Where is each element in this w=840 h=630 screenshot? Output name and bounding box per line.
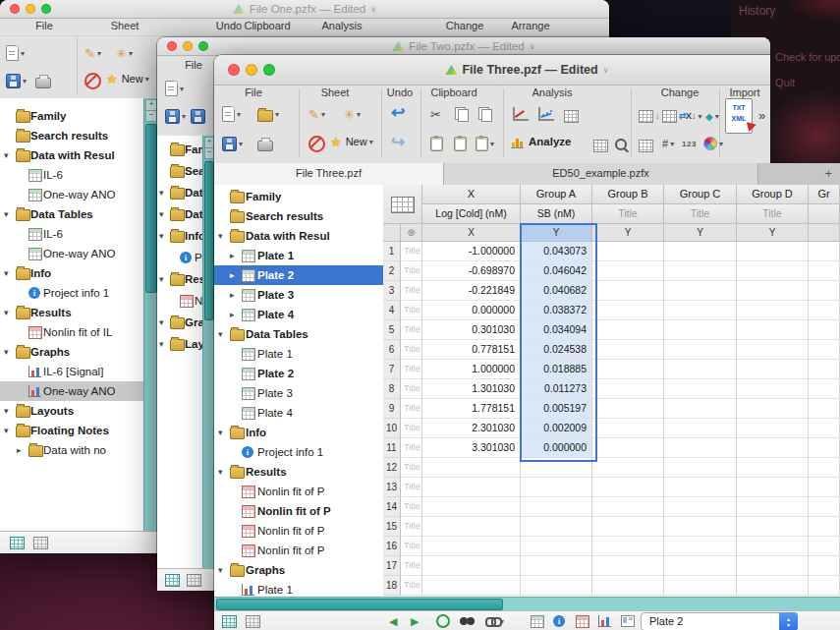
scrollbar-thumb[interactable]: [145, 124, 157, 293]
row-number[interactable]: 9: [383, 399, 401, 419]
table-corner-cell[interactable]: [383, 185, 422, 224]
nav-item-plate-2[interactable]: Plate 2: [214, 364, 383, 383]
cell-group-b-row9[interactable]: [592, 399, 664, 419]
exclude-button[interactable]: [84, 69, 101, 92]
cell-group-c-row13[interactable]: [664, 478, 737, 497]
row-number[interactable]: 4: [383, 301, 401, 320]
row-number[interactable]: 14: [383, 497, 401, 517]
cell-group-b-row15[interactable]: [592, 517, 664, 537]
cell-group-b-row18[interactable]: [592, 576, 664, 596]
new-file-button[interactable]: ▾: [6, 41, 25, 65]
nav-item-floating-notes[interactable]: ▾Floating Notes: [0, 421, 143, 440]
cell-group-b-row5[interactable]: [592, 320, 664, 340]
nav-item-gra[interactable]: ▾Gra: [157, 313, 202, 334]
column-header-x[interactable]: X: [422, 185, 521, 204]
row-title-placeholder[interactable]: Title: [401, 399, 422, 419]
disclosure-closed-icon[interactable]: ▸: [17, 440, 22, 460]
column-subtitle[interactable]: Log [Cold] (nM): [422, 204, 521, 224]
gallery-view-button[interactable]: [10, 536, 25, 549]
row-title-placeholder[interactable]: Title: [401, 497, 422, 517]
nav-item-project-info-1[interactable]: Project info 1: [214, 442, 383, 462]
nav-item-fam[interactable]: Fam: [157, 140, 202, 161]
nav-item-sear[interactable]: Sear: [157, 161, 202, 183]
nav-item-one-way-ano[interactable]: One-way ANO: [0, 381, 143, 401]
cell-group-b-row2[interactable]: [592, 261, 664, 281]
sheet-view-button[interactable]: [33, 536, 48, 549]
xy-analysis-button[interactable]: [513, 102, 529, 126]
cell-group-a-row6[interactable]: 0.024538: [521, 340, 592, 360]
edit-sheet-button[interactable]: ✎▾: [308, 102, 325, 126]
disclosure-open-icon[interactable]: ▾: [159, 226, 164, 246]
cell-group-b-row11[interactable]: [592, 438, 664, 458]
nav-item-family[interactable]: Family: [214, 187, 383, 206]
copy-button[interactable]: [454, 102, 469, 126]
nav-item-pro[interactable]: Pro: [157, 248, 202, 269]
nav-item-data-with-resul[interactable]: ▾Data with Resul: [0, 145, 143, 165]
disclosure-closed-icon[interactable]: ▸: [230, 285, 235, 305]
nav-item-res[interactable]: ▾Res: [157, 269, 202, 291]
nav-item-info[interactable]: ▾Info: [214, 423, 383, 442]
scrollbar-thumb[interactable]: [204, 161, 214, 320]
column-axis-cell[interactable]: Y: [521, 224, 592, 242]
edit-sheet-button[interactable]: ✎▾: [84, 41, 101, 65]
cell-x-row5[interactable]: 0.301030: [422, 320, 521, 340]
nav-item-plate-1[interactable]: Plate 1: [214, 344, 383, 364]
cell-group-d-row18[interactable]: [737, 576, 809, 596]
column-header-group-b[interactable]: Group B: [592, 185, 664, 204]
column-header-group-d[interactable]: Group D: [737, 185, 809, 204]
nav-item-results[interactable]: ▾Results: [214, 462, 383, 482]
cell-group-c-row7[interactable]: [664, 360, 737, 379]
tab-file-three-pzf[interactable]: File Three.pzf: [214, 163, 444, 185]
axis-row-corner[interactable]: [383, 224, 401, 242]
number-format-button[interactable]: 123: [682, 132, 697, 155]
cell-group-e-row7[interactable]: [809, 360, 840, 379]
row-number[interactable]: 2: [383, 261, 401, 281]
nav-item-data-with-no[interactable]: ▸Data with no: [0, 440, 143, 460]
cell-group-d-row1[interactable]: [737, 242, 809, 261]
disclosure-open-icon[interactable]: ▾: [4, 204, 9, 224]
column-axis-cell[interactable]: [809, 224, 840, 242]
row-title-placeholder[interactable]: Title: [401, 379, 422, 399]
cell-group-a-row10[interactable]: 0.002009: [521, 419, 592, 438]
cell-group-c-row16[interactable]: [664, 537, 737, 556]
column-header-gr[interactable]: Gr: [809, 185, 840, 204]
disclosure-open-icon[interactable]: ▾: [159, 269, 164, 289]
disclosure-open-icon[interactable]: ▾: [4, 342, 9, 362]
cell-x-row9[interactable]: 1.778151: [422, 399, 521, 419]
cell-group-b-row6[interactable]: [592, 340, 664, 360]
cell-group-e-row8[interactable]: [809, 379, 840, 399]
cell-group-b-row10[interactable]: [592, 419, 664, 438]
add-tab-button[interactable]: +: [824, 163, 832, 184]
cell-group-e-row16[interactable]: [809, 537, 840, 556]
cell-group-e-row4[interactable]: [809, 301, 840, 320]
nav-item-dat[interactable]: ▾Dat: [157, 183, 202, 204]
transpose-button[interactable]: ⇄: [662, 104, 687, 128]
cell-group-c-row9[interactable]: [664, 399, 737, 419]
cell-group-b-row3[interactable]: [592, 281, 664, 301]
row-number[interactable]: 7: [383, 360, 401, 379]
disclosure-open-icon[interactable]: ▾: [159, 204, 164, 224]
cell-group-d-row13[interactable]: [737, 478, 809, 497]
row-title-placeholder[interactable]: Title: [401, 320, 422, 340]
nav-item-il-6[interactable]: IL-6: [0, 224, 143, 244]
row-title-placeholder[interactable]: Title: [401, 478, 422, 497]
scrollbar-thumb[interactable]: [216, 599, 503, 610]
menu-item-quit[interactable]: Quit: [775, 77, 795, 88]
row-title-placeholder[interactable]: Title: [401, 242, 422, 261]
column-axis-cell[interactable]: Y: [664, 224, 737, 242]
cell-group-e-row9[interactable]: [809, 399, 840, 419]
column-axis-cell[interactable]: X: [422, 224, 521, 242]
cell-group-c-row6[interactable]: [664, 340, 737, 360]
save-button[interactable]: ▾: [222, 132, 243, 155]
cell-group-e-row2[interactable]: [809, 261, 840, 281]
cell-x-row4[interactable]: 0.000000: [422, 301, 521, 320]
paste-button[interactable]: [430, 132, 443, 155]
row-title-placeholder[interactable]: Title: [401, 360, 422, 379]
cell-group-d-row14[interactable]: [737, 497, 809, 517]
nav-item-family[interactable]: Family: [0, 106, 143, 126]
cell-group-a-row9[interactable]: 0.005197: [521, 399, 592, 419]
cell-group-d-row6[interactable]: [737, 340, 809, 360]
save-button[interactable]: ▾: [165, 104, 186, 128]
review-analysis-button[interactable]: [615, 132, 627, 155]
cell-group-b-row4[interactable]: [592, 301, 664, 320]
